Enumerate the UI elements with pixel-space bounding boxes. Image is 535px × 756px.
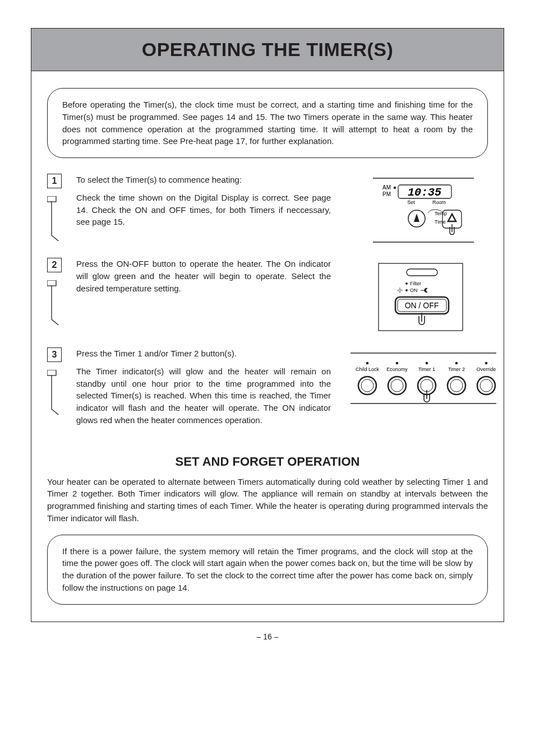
svg-point-14	[391, 379, 403, 392]
time-value: 10:35	[408, 186, 441, 199]
temp-label: Temp	[435, 211, 447, 216]
on-label: ON	[410, 287, 418, 293]
vent-slot-icon	[407, 269, 437, 276]
page-title: OPERATING THE TIMER(S)	[37, 39, 498, 61]
step-text: Press the Timer 1 and/or Timer 2 button(…	[76, 347, 331, 432]
btn-label-timer1: Timer 1	[418, 367, 435, 372]
step-number: 2	[47, 258, 62, 272]
btn-label-timer2: Timer 2	[448, 367, 465, 372]
indicator-dot-icon	[485, 362, 488, 365]
am-label: AM	[382, 184, 391, 191]
step-text: Press the ON-OFF button to operate the h…	[76, 258, 331, 300]
btn-label-override: Override	[477, 367, 496, 372]
hand-pointer-icon	[450, 224, 454, 235]
step-number: 1	[47, 174, 62, 188]
step-1-p1: To select the Timer(s) to commence heati…	[76, 174, 331, 186]
set-and-forget-text: Your heater can be operated to alternate…	[47, 476, 488, 525]
button-row: Child Lock Economy	[356, 362, 496, 402]
hand-pointer-icon	[424, 390, 430, 402]
steps-list: 1 To select the Timer(s) to commence hea…	[47, 174, 488, 440]
btn-label-economy: Economy	[386, 367, 408, 372]
svg-point-15	[421, 379, 433, 392]
callout-corner-icon	[47, 196, 67, 241]
page-number: – 16 –	[31, 632, 504, 641]
indicator-dot-icon	[396, 362, 399, 365]
set-and-forget-title: SET AND FORGET OPERATION	[47, 454, 488, 469]
svg-point-16	[450, 379, 463, 392]
am-dot-icon	[394, 187, 396, 189]
filter-dot-icon	[405, 282, 408, 285]
step-1: 1 To select the Timer(s) to commence hea…	[47, 174, 488, 254]
outer-frame: OPERATING THE TIMER(S) Before operating …	[31, 28, 504, 622]
on-dot-icon	[405, 289, 408, 291]
svg-rect-3	[47, 280, 56, 286]
step-3: 3 Press the Timer 1 and/or Timer 2 butto…	[47, 347, 488, 440]
room-label: Room	[432, 200, 446, 205]
callout-corner-icon	[47, 280, 67, 325]
onoff-label: ON / OFF	[405, 301, 439, 310]
step-text: To select the Timer(s) to commence heati…	[76, 174, 331, 234]
step-2-p1: Press the ON-OFF button to operate the h…	[76, 258, 331, 294]
title-band: OPERATING THE TIMER(S)	[31, 29, 504, 71]
pm-label: PM	[382, 191, 391, 197]
figure-onoff-button: Filter ON	[348, 258, 488, 336]
indicator-dot-icon	[455, 362, 458, 365]
time-dial-label: Time	[435, 219, 446, 225]
figure-timer-buttons: Child Lock Economy	[348, 347, 488, 415]
up-arrow-icon	[448, 214, 456, 221]
moon-icon	[424, 288, 428, 293]
intro-text: Before operating the Timer(s), the clock…	[62, 100, 473, 146]
set-label: Set	[407, 200, 415, 205]
intro-callout: Before operating the Timer(s), the clock…	[47, 88, 488, 158]
dial-pointer-icon	[414, 214, 419, 222]
figure-digital-display: AM PM 10:35 Set Room	[348, 174, 488, 247]
btn-label-childlock: Child Lock	[356, 367, 380, 372]
callout-corner-icon	[47, 370, 67, 415]
svg-rect-0	[47, 196, 56, 202]
step-1-p2: Check the time shown on the Digital Disp…	[76, 192, 331, 228]
svg-point-17	[480, 379, 492, 392]
sun-icon	[397, 287, 403, 293]
indicator-dot-icon	[366, 362, 369, 365]
page: OPERATING THE TIMER(S) Before operating …	[0, 0, 535, 756]
indicator-dot-icon	[426, 362, 428, 365]
filter-label: Filter	[410, 281, 421, 286]
svg-rect-10	[47, 370, 56, 375]
svg-point-4	[399, 289, 401, 291]
svg-point-13	[361, 379, 373, 392]
step-2: 2 Press the ON-OFF button to operate the…	[47, 258, 488, 344]
step-3-p1: Press the Timer 1 and/or Timer 2 button(…	[76, 347, 331, 360]
power-failure-text: If there is a power failure, the system …	[62, 546, 473, 592]
power-failure-callout: If there is a power failure, the system …	[47, 535, 488, 605]
content-area: Before operating the Timer(s), the clock…	[31, 71, 504, 622]
step-3-p2: The Timer indicator(s) will glow and the…	[76, 365, 331, 426]
step-number: 3	[47, 347, 62, 362]
